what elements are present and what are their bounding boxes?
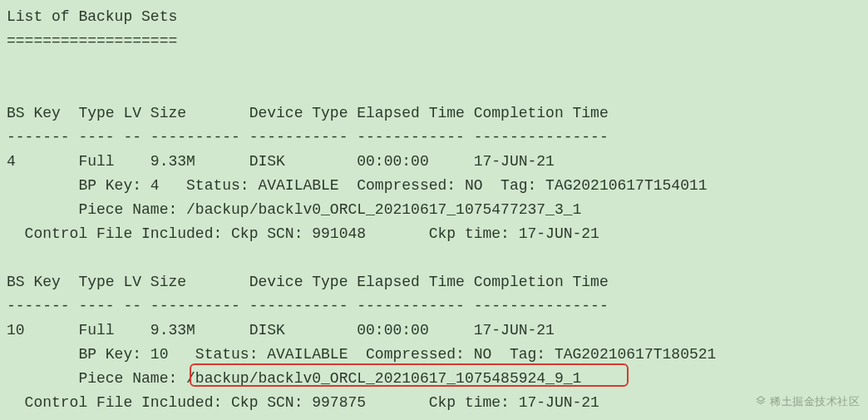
watermark-icon bbox=[755, 391, 767, 415]
watermark: 稀土掘金技术社区 bbox=[755, 389, 860, 415]
backup-listing: List of Backup Sets =================== … bbox=[0, 0, 868, 420]
